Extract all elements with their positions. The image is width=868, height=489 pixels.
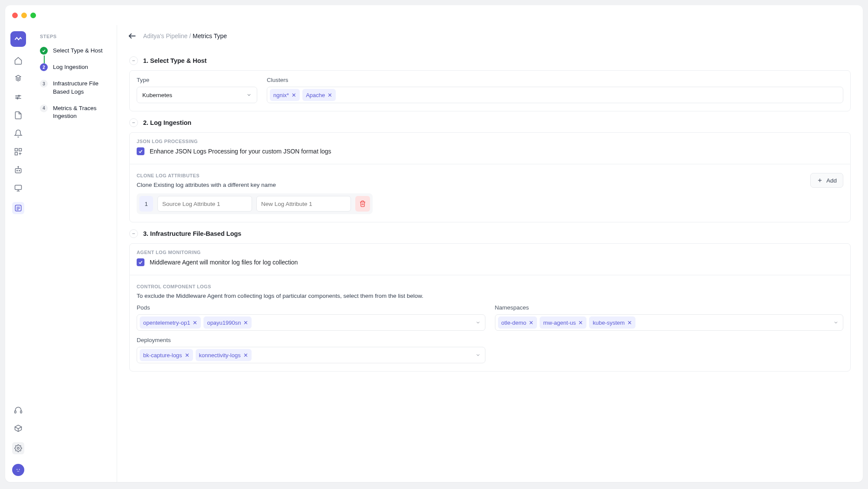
tag-remove-icon[interactable]: ✕	[193, 320, 197, 326]
tag-label: mw-agent-us	[543, 319, 576, 326]
field-label: Namespaces	[495, 304, 844, 311]
json-checkbox[interactable]	[137, 147, 144, 155]
cube-stack-icon[interactable]	[14, 75, 23, 83]
svg-rect-6	[19, 149, 22, 151]
add-attribute-button[interactable]: Add	[810, 173, 843, 188]
tag-remove-icon[interactable]: ✕	[292, 92, 296, 98]
section-title: 1. Select Type & Host	[143, 57, 206, 64]
section-title: 3. Infrastructure File-Based Logs	[143, 230, 241, 237]
monitor-icon[interactable]	[14, 184, 23, 192]
row-number: 1	[139, 196, 153, 212]
step-label: Infrastructure File Based Logs	[53, 80, 108, 95]
file-icon[interactable]	[14, 111, 23, 120]
steps-heading: STEPS	[31, 34, 108, 39]
pod-tag: opayu1990sn✕	[203, 316, 252, 329]
tag-remove-icon[interactable]: ✕	[185, 352, 190, 358]
agent-checkbox-label: Middleware Agent will monitor log files …	[150, 259, 298, 266]
pods-tagbox[interactable]: opentelemetry-op1✕ opayu1990sn✕	[137, 314, 485, 331]
step-label: Log Ingestion	[53, 63, 88, 71]
json-checkbox-label: Enhance JSON Logs Processing for your cu…	[150, 148, 331, 155]
field-type: Type Kubernetes	[137, 77, 257, 103]
section-head-type-host: 1. Select Type & Host	[129, 56, 851, 65]
type-select[interactable]: Kubernetes	[137, 87, 257, 103]
svg-rect-5	[15, 149, 18, 151]
svg-point-27	[19, 469, 20, 470]
step-label: Metrics & Traces Ingestion	[53, 104, 108, 120]
window-minimize-button[interactable]	[21, 13, 27, 18]
agent-checkbox[interactable]	[137, 258, 144, 266]
namespace-tag: mw-agent-us✕	[540, 316, 586, 329]
namespace-tag: otle-demo✕	[498, 316, 537, 329]
field-clusters: Clusters ngnix* ✕ Apache ✕	[267, 77, 843, 103]
add-label: Add	[826, 177, 837, 184]
json-processing-heading: JSON LOG PROCESSING	[137, 139, 843, 144]
tag-label: opayu1990sn	[207, 319, 241, 326]
control-logs-caption: To exclude the Middleware Agent from col…	[137, 293, 843, 299]
bell-icon[interactable]	[14, 129, 23, 138]
tag-remove-icon[interactable]: ✕	[578, 320, 583, 326]
tag-label: kube-system	[593, 319, 625, 326]
deployments-tagbox[interactable]: bk-capture-logs✕ konnectivity-logs✕	[137, 347, 485, 363]
titlebar	[5, 5, 863, 25]
collapse-toggle[interactable]	[129, 56, 138, 65]
delete-row-button[interactable]	[355, 196, 370, 212]
step-select-type-host[interactable]: Select Type & Host	[31, 47, 108, 55]
back-arrow-icon[interactable]	[128, 31, 137, 41]
deployment-tag: konnectivity-logs✕	[196, 349, 252, 361]
tag-remove-icon[interactable]: ✕	[243, 320, 248, 326]
collapse-toggle[interactable]	[129, 118, 138, 127]
headset-icon[interactable]	[14, 406, 23, 414]
svg-rect-10	[15, 169, 21, 173]
clusters-tagbox[interactable]: ngnix* ✕ Apache ✕	[267, 87, 843, 103]
breadcrumb-parent[interactable]: Aditya's Pipeline	[143, 33, 187, 39]
grid-icon[interactable]	[14, 147, 23, 156]
section-body-infra-logs: AGENT LOG MONITORING Middleware Agent wi…	[129, 243, 851, 372]
tag-label: otle-demo	[501, 319, 527, 326]
svg-point-14	[18, 166, 19, 167]
step-metrics-traces[interactable]: 4 Metrics & Traces Ingestion	[31, 104, 108, 120]
sliders-icon[interactable]	[14, 93, 23, 101]
window-close-button[interactable]	[12, 13, 18, 18]
tag-remove-icon[interactable]: ✕	[627, 320, 632, 326]
cluster-tag: ngnix* ✕	[270, 89, 300, 101]
namespaces-tagbox[interactable]: otle-demo✕ mw-agent-us✕ kube-system✕	[495, 314, 844, 331]
package-icon[interactable]	[14, 424, 23, 433]
chevron-down-icon	[475, 352, 481, 358]
svg-rect-22	[15, 411, 16, 413]
home-icon[interactable]	[14, 56, 23, 65]
tag-remove-icon[interactable]: ✕	[529, 320, 534, 326]
step-badge-current: 2	[40, 63, 48, 71]
tag-remove-icon[interactable]: ✕	[328, 92, 332, 98]
select-value: Kubernetes	[142, 92, 172, 98]
step-badge: 3	[40, 80, 48, 88]
field-pods: Pods opentelemetry-op1✕ opayu1990sn✕	[137, 304, 485, 331]
section-body-log-ingestion: JSON LOG PROCESSING Enhance JSON Logs Pr…	[129, 132, 851, 222]
robot-icon[interactable]	[14, 166, 23, 174]
logo-icon[interactable]	[10, 31, 26, 47]
field-label: Pods	[137, 304, 485, 311]
step-infra-file-logs[interactable]: 3 Infrastructure File Based Logs	[31, 80, 108, 95]
window-maximize-button[interactable]	[30, 13, 36, 18]
namespace-tag: kube-system✕	[589, 316, 635, 329]
field-deployments: Deployments bk-capture-logs✕ konnectivit…	[137, 337, 485, 363]
tag-label: bk-capture-logs	[143, 352, 182, 359]
svg-rect-23	[20, 411, 22, 413]
tag-remove-icon[interactable]: ✕	[243, 352, 248, 358]
attribute-row: 1	[137, 193, 373, 214]
collapse-toggle[interactable]	[129, 229, 138, 238]
user-avatar[interactable]	[12, 464, 24, 476]
clone-heading: CLONE LOG ATTRIBUTES	[137, 173, 276, 178]
clone-caption: Clone Existing log attributes with a dif…	[137, 182, 276, 188]
step-log-ingestion[interactable]: 2 Log Ingestion	[31, 63, 108, 71]
field-label: Clusters	[267, 77, 843, 83]
topbar: Aditya's Pipeline / Metrics Type	[117, 25, 863, 47]
chevron-down-icon	[475, 320, 481, 325]
tag-label: konnectivity-logs	[199, 352, 241, 359]
tag-label: Apache	[306, 92, 325, 98]
pipeline-icon[interactable]	[12, 202, 24, 214]
source-attribute-input[interactable]	[157, 196, 252, 212]
section-head-log-ingestion: 2. Log Ingestion	[129, 118, 851, 127]
tag-label: ngnix*	[273, 92, 289, 98]
new-attribute-input[interactable]	[256, 196, 351, 212]
gear-icon[interactable]	[12, 442, 24, 454]
